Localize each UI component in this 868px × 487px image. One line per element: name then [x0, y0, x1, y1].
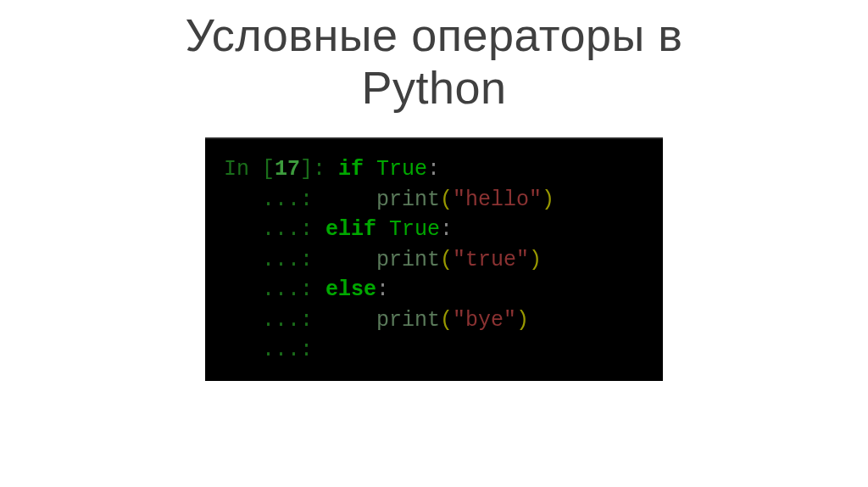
continuation-prompt: ...:	[224, 248, 326, 272]
code-line-7: ...:	[224, 335, 644, 366]
continuation-prompt: ...:	[224, 188, 326, 212]
paren-close: )	[542, 188, 554, 212]
func-print: print	[376, 248, 440, 272]
paren-close: )	[529, 248, 542, 272]
colon: :	[440, 217, 453, 242]
slide-title: Условные операторы в Python	[185, 8, 682, 114]
code-line-4: ...: print("true")	[224, 245, 644, 276]
paren-open: (	[440, 188, 453, 212]
code-line-2: ...: print("hello")	[224, 185, 644, 216]
continuation-prompt: ...:	[224, 277, 326, 302]
keyword-else: else	[326, 277, 376, 302]
code-block: In [17]: if True: ...: print("hello") ..…	[205, 137, 663, 381]
continuation-prompt: ...:	[224, 308, 326, 333]
string-hello: "hello"	[453, 188, 542, 212]
code-line-3: ...: elif True:	[224, 215, 644, 245]
func-print: print	[376, 188, 440, 212]
prompt-number: 17	[275, 157, 300, 182]
code-line-5: ...: else:	[224, 275, 644, 305]
colon: :	[427, 157, 440, 182]
continuation-prompt: ...:	[224, 338, 326, 362]
keyword-true: True	[376, 157, 427, 182]
title-line-1: Условные операторы в	[185, 9, 682, 60]
code-line-6: ...: print("bye")	[224, 305, 644, 336]
string-bye: "bye"	[453, 308, 516, 333]
keyword-elif: elif	[326, 217, 376, 242]
prompt-label: In [	[224, 157, 275, 182]
keyword-if: if	[338, 157, 364, 182]
keyword-true: True	[389, 217, 440, 242]
continuation-prompt: ...:	[224, 217, 326, 242]
title-line-2: Python	[361, 62, 506, 113]
paren-close: )	[516, 308, 529, 333]
code-line-1: In [17]: if True:	[224, 154, 644, 185]
string-true: "true"	[453, 248, 529, 272]
paren-open: (	[440, 308, 453, 333]
prompt-close: ]:	[300, 157, 338, 182]
paren-open: (	[440, 248, 453, 272]
func-print: print	[376, 308, 440, 333]
colon: :	[376, 277, 389, 302]
